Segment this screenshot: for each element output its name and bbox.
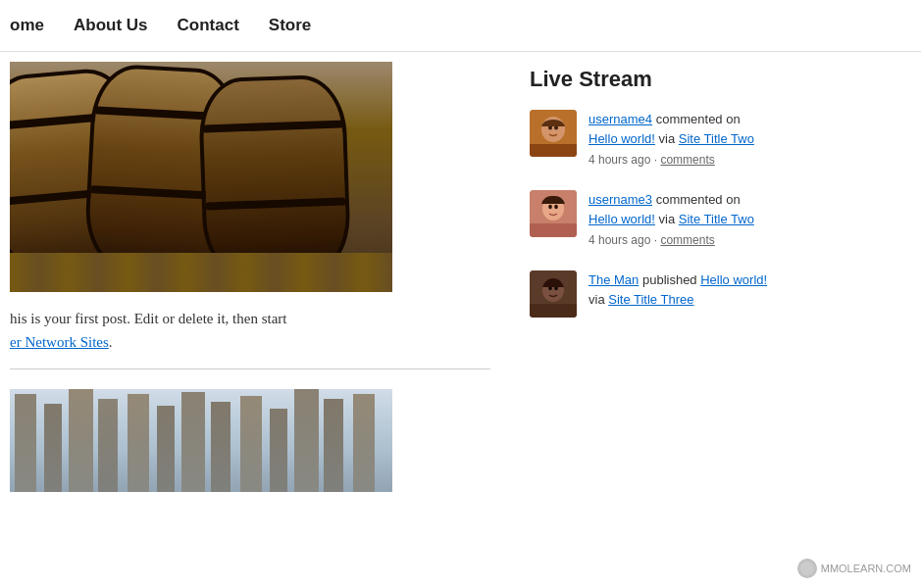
- stream-3-line1: The Man published Hello world!: [588, 272, 767, 287]
- barrel-scene: [10, 62, 392, 292]
- stream-1-time: 4 hours ago: [588, 153, 650, 167]
- stream-2-time: 4 hours ago: [588, 233, 650, 247]
- stream-3-action: published: [642, 272, 700, 287]
- avatar-username3: [530, 190, 577, 237]
- stream-2-line1: username3 commented on: [588, 192, 741, 207]
- stream-2-post-link[interactable]: Hello world!: [588, 212, 655, 226]
- nav-about[interactable]: About Us: [74, 16, 148, 35]
- avatar-svg-1: [530, 110, 577, 157]
- right-sidebar: Live Stream: [510, 52, 883, 512]
- stream-2-action: commented on: [656, 192, 741, 207]
- main-container: his is your first post. Edit or delete i…: [0, 52, 921, 512]
- stream-text-1: username4 commented on Hello world! via …: [588, 110, 863, 169]
- live-stream-title: Live Stream: [530, 67, 863, 92]
- post-image-barrels: [10, 62, 392, 292]
- svg-point-8: [554, 205, 558, 209]
- nav-store[interactable]: Store: [269, 16, 311, 35]
- stream-3-post-link[interactable]: Hello world!: [700, 272, 767, 287]
- stream-item: username4 commented on Hello world! via …: [530, 110, 863, 169]
- network-sites-link[interactable]: er Network Sites: [10, 334, 109, 350]
- stream-1-via: via: [659, 131, 679, 146]
- theman-link[interactable]: The Man: [588, 272, 639, 287]
- avatar-svg-2: [530, 190, 577, 237]
- nav-contact[interactable]: Contact: [178, 16, 239, 35]
- avatar-theman: [530, 270, 577, 318]
- nav-home[interactable]: ome: [10, 16, 44, 35]
- stream-text-2: username3 commented on Hello world! via …: [588, 190, 863, 249]
- stream-text-3: The Man published Hello world! via Site …: [588, 270, 863, 309]
- username4-link[interactable]: username4: [588, 112, 652, 126]
- avatar-svg-3: [530, 270, 577, 318]
- stream-1-site-link[interactable]: Site Title Two: [679, 131, 754, 146]
- stream-3-site-link[interactable]: Site Title Three: [608, 292, 693, 307]
- stream-1-sep: ·: [654, 153, 657, 167]
- svg-rect-9: [530, 223, 577, 237]
- post-text: his is your first post. Edit or delete i…: [10, 307, 490, 354]
- section-divider: [10, 368, 490, 369]
- post-text-content: his is your first post. Edit or delete i…: [10, 311, 286, 326]
- stream-2-sep: ·: [654, 233, 657, 247]
- stream-item-3: The Man published Hello world! via Site …: [530, 270, 863, 318]
- left-content: his is your first post. Edit or delete i…: [0, 52, 510, 512]
- svg-rect-4: [530, 144, 577, 157]
- stream-1-action: commented on: [656, 112, 741, 126]
- svg-point-7: [548, 205, 552, 209]
- stream-item-2: username3 commented on Hello world! via …: [530, 190, 863, 249]
- svg-rect-14: [530, 304, 577, 318]
- stream-1-line1: username4 commented on: [588, 112, 741, 126]
- stream-2-meta: 4 hours ago · comments: [588, 231, 863, 249]
- forest-scene: [10, 389, 392, 492]
- avatar-image-1: [530, 110, 577, 157]
- navigation: ome About Us Contact Store: [0, 0, 921, 52]
- stream-1-comments-link[interactable]: comments: [660, 153, 714, 167]
- post-image-forest: [10, 389, 392, 492]
- stream-2-site-link[interactable]: Site Title Two: [679, 212, 754, 226]
- avatar-username4: [530, 110, 577, 157]
- stream-3-via: via: [588, 292, 608, 307]
- stream-1-meta: 4 hours ago · comments: [588, 151, 863, 169]
- stream-1-post-link[interactable]: Hello world!: [588, 131, 655, 146]
- stream-2-via: via: [659, 212, 679, 226]
- username3-link[interactable]: username3: [588, 192, 652, 207]
- stream-2-comments-link[interactable]: comments: [660, 233, 714, 247]
